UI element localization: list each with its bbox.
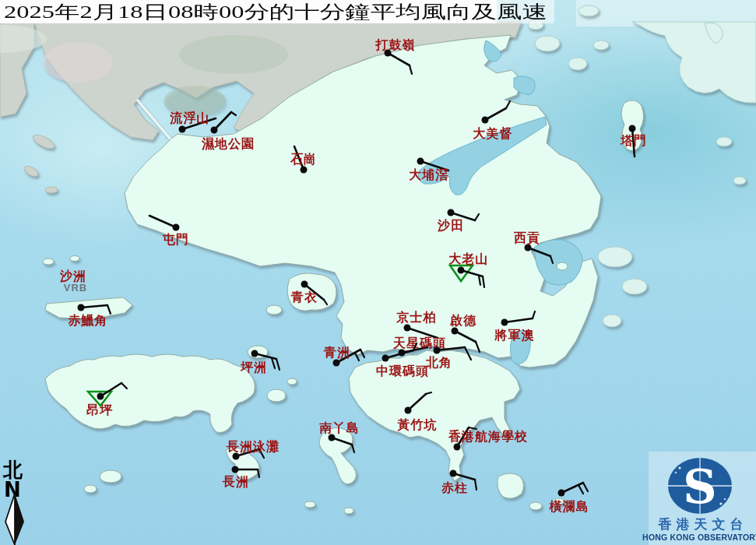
island-hei-ling-chau: [267, 389, 286, 402]
station-dot: [251, 350, 258, 357]
station-dot: [232, 466, 239, 473]
logo-halftone-dot: [678, 466, 680, 469]
islet-ne-4: [593, 40, 609, 50]
station-label-central-pier[interactable]: 中環碼頭: [376, 364, 429, 378]
station-label-tuen-mun[interactable]: 屯門: [162, 233, 189, 246]
islet-soko-2: [84, 485, 97, 493]
hko-wind-map-screenshot: 打鼓嶺流浮山濕地公園石崗大美督塔門大埔滘沙田屯門西貢大老山沙洲VRB赤鱲角青衣京…: [0, 0, 756, 545]
islet-e-1: [716, 137, 732, 146]
station-dot: [450, 470, 457, 477]
station-label-tap-mun[interactable]: 塔門: [620, 134, 647, 147]
station-dot: [329, 434, 336, 441]
station-label-sai-kung[interactable]: 西貢: [513, 231, 540, 245]
station-dot: [405, 407, 412, 414]
islet-soko-1: [100, 470, 121, 483]
station-dot: [97, 393, 104, 400]
logo-swirl-icon: S: [683, 459, 716, 514]
islet-po-toi-s: [529, 502, 542, 510]
islet-high-island: [598, 247, 632, 267]
urban-texture-green1: [179, 35, 288, 74]
station-dot: [78, 304, 85, 311]
station-label-tsing-yi[interactable]: 青衣: [290, 290, 318, 304]
logo-english-name: HONG KONG OBSERVATORY: [642, 533, 756, 542]
station-dot: [179, 126, 186, 133]
logo-halftone-dot: [675, 472, 677, 474]
station-label-wong-chuk-hang[interactable]: 黃竹坑: [397, 418, 438, 431]
map-canvas: 打鼓嶺流浮山濕地公園石崗大美督塔門大埔滘沙田屯門西貢大老山沙洲VRB赤鱲角青衣京…: [0, 0, 756, 545]
station-dot: [211, 127, 218, 134]
islet-s-2: [344, 508, 353, 514]
station-dot: [382, 355, 389, 362]
hko-logo: S 香港天文台 HONG KONG OBSERVATORY: [642, 452, 756, 545]
logo-chinese-name: 香港天文台: [658, 517, 748, 532]
station-label-chek-lap-kok[interactable]: 赤鱲角: [68, 314, 108, 327]
station-dot: [458, 267, 465, 274]
station-label-wetland-park[interactable]: 濕地公園: [201, 137, 255, 151]
station-label-green-island[interactable]: 青洲: [323, 346, 350, 359]
station-label-kings-park[interactable]: 京士柏: [396, 310, 437, 324]
islet-e-2: [733, 177, 746, 185]
station-label-stanley[interactable]: 赤柱: [441, 481, 468, 494]
station-dot: [417, 158, 424, 165]
island-po-toi: [498, 473, 524, 498]
north-label-chinese: 北: [2, 459, 23, 480]
islet-ne-3: [568, 58, 587, 70]
station-dot: [525, 244, 532, 251]
north-label-letter: N: [4, 478, 21, 501]
title-bar: 2025年2月18日08時00分的十分鐘平均風向及風速: [0, 0, 554, 23]
islet-sunshine: [287, 378, 297, 385]
station-dot: [434, 347, 441, 354]
station-label-kai-tak[interactable]: 啟德: [449, 314, 476, 327]
logo-halftone-dot: [719, 502, 722, 505]
station-dot: [558, 490, 565, 497]
station-label-lau-fau-shan[interactable]: 流浮山: [170, 111, 210, 125]
station-dot: [173, 224, 180, 231]
islet-sha-chau: [43, 258, 54, 265]
station-dot: [301, 167, 308, 174]
station-label-cheung-chau[interactable]: 長洲: [222, 475, 249, 488]
islet-s-1: [304, 501, 315, 508]
urban-texture-pink: [43, 42, 113, 83]
station-label-tai-mei-tuk[interactable]: 大美督: [473, 126, 513, 140]
station-label-sha-chau[interactable]: 沙洲: [59, 269, 86, 283]
station-dot: [501, 319, 508, 326]
station-dot: [448, 209, 455, 216]
station-label-north-point[interactable]: 北角: [425, 356, 452, 369]
station-label-tai-po-kau[interactable]: 大埔滘: [410, 167, 449, 181]
station-label-cheung-chau-beach[interactable]: 長洲泳灘: [226, 439, 280, 453]
station-label-ngong-ping[interactable]: 昂坪: [86, 403, 113, 417]
station-dot: [482, 117, 489, 124]
map-title: 2025年2月18日08時00分的十分鐘平均風向及風速: [4, 2, 547, 22]
station-dot: [404, 325, 411, 332]
station-dot: [454, 444, 461, 451]
station-sublabel-sha-chau: VRB: [64, 282, 87, 294]
islet-lung-kwu-chau: [70, 256, 79, 262]
station-dot: [333, 360, 340, 367]
station-label-lamma-island[interactable]: 南丫島: [319, 421, 360, 434]
station-label-tates-cairn[interactable]: 大老山: [449, 252, 489, 265]
station-label-waglan-island[interactable]: 橫瀾島: [549, 500, 589, 513]
logo-halftone-dot: [724, 498, 726, 501]
station-label-shek-kong[interactable]: 石崗: [290, 153, 317, 166]
island-ma-wan: [266, 305, 282, 315]
station-label-tseung-kwan-o[interactable]: 將軍澳: [494, 329, 535, 342]
station-label-peng-chau[interactable]: 坪洲: [240, 360, 267, 374]
station-label-sha-tin[interactable]: 沙田: [437, 219, 464, 232]
station-sha-chau: 沙洲VRB: [59, 269, 87, 294]
islet-port-shelter: [557, 262, 568, 270]
islet-ne-1: [578, 5, 599, 16]
station-dot: [629, 125, 636, 132]
islet-estuary-3: [45, 187, 58, 193]
islet-se-1: [622, 279, 647, 294]
station-label-hk-sea-school[interactable]: 香港航海學校: [448, 429, 528, 443]
station-dot: [452, 328, 459, 335]
station-dot: [301, 281, 308, 288]
islet-ne-2: [535, 36, 560, 51]
islet-se-2: [603, 315, 621, 327]
station-dot: [233, 453, 240, 460]
station-label-ta-kwu-ling[interactable]: 打鼓嶺: [375, 38, 416, 51]
